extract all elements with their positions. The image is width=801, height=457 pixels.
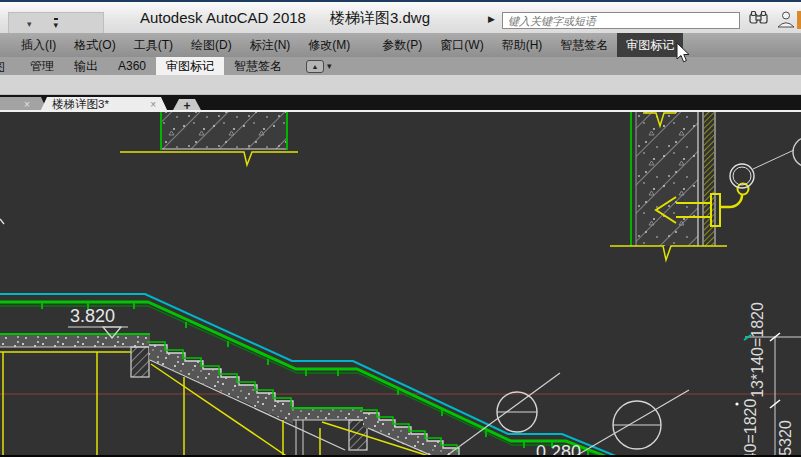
upper-landing[interactable] (0, 334, 150, 347)
ribbon-tab-view-clipped[interactable]: 图 (0, 59, 7, 75)
menu-help[interactable]: 帮助(H) (493, 33, 552, 58)
menu-draw[interactable]: 绘图(D) (182, 33, 241, 58)
ribbon-tab-manage[interactable]: 管理 (20, 57, 64, 75)
menu-insert[interactable]: 插入(I) (12, 33, 65, 58)
menu-parametric[interactable]: 参数(P) (373, 33, 431, 58)
menu-window[interactable]: 窗口(W) (431, 33, 492, 58)
level-text-lower[interactable]: 0.280 (536, 442, 581, 457)
menu-dimension[interactable]: 标注(N) (241, 33, 300, 58)
menu-modify[interactable]: 修改(M) (299, 33, 359, 58)
ribbon-tab-review-markup[interactable]: 审图标记 (156, 57, 224, 75)
app-title: Autodesk AutoCAD 2018 (140, 9, 306, 26)
ribbon-tab-a360[interactable]: A360 (108, 57, 156, 75)
level-text-upper: 3.820 (70, 306, 115, 326)
help-search-input[interactable] (502, 12, 740, 29)
ribbon-tab-smart-sign[interactable]: 智慧签名 (224, 57, 292, 75)
menu-review-markup[interactable]: 审图标记 (617, 33, 683, 58)
close-tab-icon[interactable]: × (24, 99, 30, 110)
dimension-text-risers-partial[interactable]: 40=1820 (742, 399, 759, 457)
ribbon-panel-collapsed (0, 75, 801, 95)
toolbar-clipped-icon (797, 11, 801, 29)
mouse-cursor (676, 42, 692, 64)
title-bar: ▾ ▾ Autodesk AutoCAD 2018楼梯详图3.dwg ▶ (0, 0, 801, 33)
qat-dropdown-icon[interactable]: ▾ (27, 19, 32, 29)
ribbon-tab-output[interactable]: 输出 (64, 57, 108, 75)
search-binoculars-icon[interactable] (748, 10, 770, 26)
search-nav-arrow-icon[interactable]: ▶ (488, 14, 495, 24)
menu-tools[interactable]: 工具(T) (125, 33, 182, 58)
signin-user-icon[interactable] (776, 10, 796, 28)
model-space-canvas[interactable]: 3.820 (0, 112, 801, 457)
document-title: 楼梯详图3.dwg (330, 9, 430, 26)
stair-detail-drawing[interactable]: 3.820 (0, 112, 801, 457)
qat-overflow-icon[interactable]: ▾ (54, 18, 59, 29)
ribbon-collapse-icon: ▲ (306, 60, 324, 73)
menu-smart-sign[interactable]: 智慧签名 (551, 33, 617, 58)
stair-beam-upper[interactable] (131, 347, 149, 377)
ribbon-collapse-caret-icon: ▾ (327, 61, 332, 71)
autocad-window: ▾ ▾ Autodesk AutoCAD 2018楼梯详图3.dwg ▶ 插入(… (0, 0, 801, 457)
window-title: Autodesk AutoCAD 2018楼梯详图3.dwg (140, 9, 430, 28)
dimension-text-risers[interactable]: 13*140=1820 (749, 302, 766, 398)
dimension-text-total[interactable]: 5320 (777, 420, 794, 456)
menu-format[interactable]: 格式(O) (65, 33, 124, 58)
close-tab-icon[interactable]: × (150, 99, 156, 110)
ribbon-collapse-button[interactable]: ▲ ▾ (306, 60, 332, 73)
